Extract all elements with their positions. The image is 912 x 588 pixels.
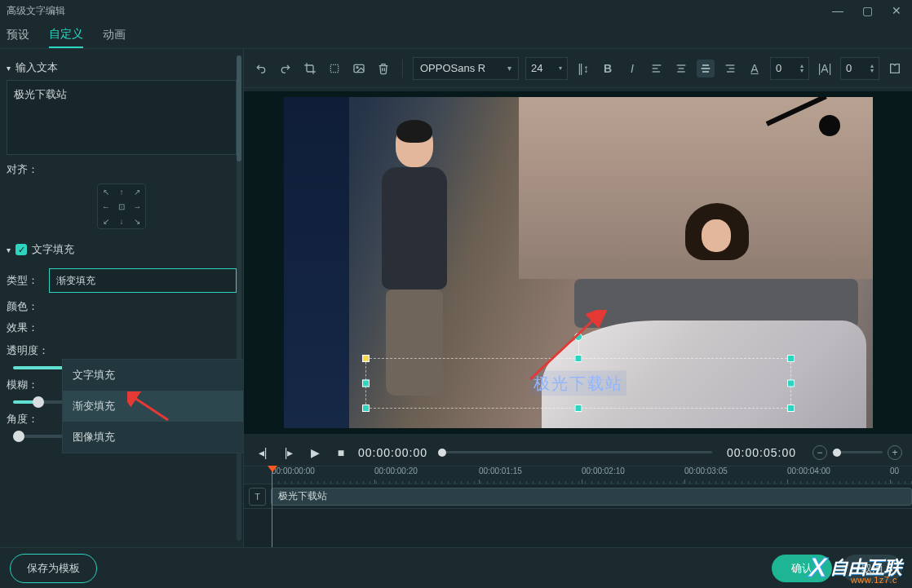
zoom-in-icon[interactable]: + (888, 445, 902, 460)
zoom-slider[interactable] (832, 451, 883, 453)
select-icon[interactable] (325, 60, 343, 77)
preview-area: 极光下载站 (244, 91, 912, 434)
opacity-label: 透明度： (7, 343, 237, 358)
save-template-button[interactable]: 保存为模板 (10, 554, 97, 583)
font-size-value: 24 (531, 62, 542, 74)
ruler-tick: 00:00:00:20 (374, 466, 418, 475)
caret-down-icon: ▾ (7, 245, 11, 254)
preview-text[interactable]: 极光下载站 (530, 371, 626, 396)
resize-handle[interactable] (787, 380, 795, 387)
dropdown-item-image-fill[interactable]: 图像填充 (63, 422, 244, 453)
zoom-out-icon[interactable]: − (812, 445, 827, 460)
prev-frame-icon[interactable]: ◂| (254, 444, 272, 462)
resize-handle[interactable] (362, 405, 370, 412)
text-track-icon[interactable]: T (249, 488, 266, 506)
text-toolbar: OPPOSans R ▾ 24 ▾ ‖↕ B I A (244, 49, 912, 88)
clip-label: 极光下载站 (278, 489, 327, 503)
timeline-track[interactable]: T 极光下载站 (244, 484, 912, 509)
align-center-icon[interactable] (672, 60, 690, 77)
fill-type-select[interactable]: 渐变填充 (49, 268, 237, 293)
step-back-icon[interactable]: |▸ (280, 444, 298, 462)
font-size-input[interactable]: 24 ▾ (525, 57, 568, 80)
align-center-icon[interactable]: ⊡ (118, 202, 125, 211)
timeline: 00:00:00:00 00:00:00:20 00:00:01:15 00:0… (244, 466, 912, 547)
fill-type-value: 渐变填充 (56, 274, 95, 288)
fill-checkbox[interactable]: ✓ (15, 244, 27, 255)
resize-handle[interactable] (787, 405, 795, 412)
align-bottom-icon[interactable]: ↓ (119, 217, 123, 226)
type-label: 类型： (7, 273, 42, 288)
align-label: 对齐： (7, 157, 237, 183)
maximize-icon[interactable]: ▢ (858, 2, 876, 20)
resize-handle[interactable] (787, 355, 795, 362)
cancel-button[interactable]: 取消 (842, 555, 902, 582)
text-input[interactable] (7, 80, 237, 155)
tab-preset[interactable]: 预设 (7, 23, 29, 47)
section-input-text[interactable]: ▾ 输入文本 (7, 55, 237, 80)
align-right-icon[interactable] (721, 60, 739, 77)
bold-icon[interactable]: B (599, 60, 617, 77)
resize-handle[interactable] (362, 355, 370, 362)
text-bounding-box[interactable]: 极光下载站 (365, 358, 791, 409)
ruler-tick: 00:00:04:00 (787, 466, 830, 475)
svg-point-3 (356, 66, 358, 68)
align-top-icon[interactable]: ↑ (119, 188, 123, 197)
align-top-right-icon[interactable]: ↗ (134, 188, 140, 197)
scrub-slider[interactable] (442, 451, 712, 453)
left-panel: ▾ 输入文本 对齐： ↖ ↑ ↗ ← ⊡ → ↙ ↓ ↘ ▾ ✓ 文字填充 类型… (0, 49, 244, 547)
color-label: 颜色： (7, 299, 42, 314)
rotate-handle[interactable] (574, 333, 582, 341)
letter-spacing-input[interactable]: 0 ▴▾ (840, 57, 879, 80)
stop-icon[interactable]: ■ (332, 444, 350, 462)
letter-spacing-value: 0 (846, 62, 852, 74)
title-bar: 高级文字编辑 — ▢ ✕ (0, 0, 912, 21)
preview-canvas[interactable]: 极光下载站 (284, 97, 873, 428)
align-left-icon[interactable] (648, 60, 666, 77)
trash-icon[interactable] (374, 60, 392, 77)
redo-icon[interactable] (277, 60, 294, 77)
tab-animation[interactable]: 动画 (103, 23, 126, 47)
ruler-tick: 00:00:02:10 (582, 466, 625, 475)
image-icon[interactable] (350, 60, 368, 77)
section-label: 输入文本 (15, 60, 58, 75)
crop-icon[interactable] (301, 60, 319, 77)
left-scrollbar[interactable] (237, 55, 241, 541)
align-bottom-left-icon[interactable]: ↙ (103, 217, 109, 226)
char-spacing-input[interactable]: 0 ▴▾ (770, 57, 809, 80)
minimize-icon[interactable]: — (829, 2, 847, 20)
fill-type-dropdown[interactable]: 文字填充 渐变填充 图像填充 (62, 359, 244, 453)
letter-spacing-icon[interactable]: |A| (816, 60, 834, 77)
line-height-icon[interactable]: ‖↕ (574, 60, 592, 77)
align-bottom-right-icon[interactable]: ↘ (134, 217, 140, 226)
resize-handle[interactable] (574, 405, 582, 412)
ruler-tick: 00 (890, 466, 899, 475)
close-icon[interactable]: ✕ (888, 2, 905, 20)
stepper-icon: ▴▾ (800, 64, 804, 73)
char-spacing-value: 0 (776, 62, 781, 74)
preview-figure (365, 122, 463, 399)
align-center-h-icon[interactable] (697, 60, 715, 77)
play-icon[interactable]: ▶ (306, 444, 324, 462)
text-color-icon[interactable]: A (746, 60, 764, 77)
undo-icon[interactable] (252, 60, 270, 77)
font-family-select[interactable]: OPPOSans R ▾ (413, 57, 519, 80)
align-top-left-icon[interactable]: ↖ (103, 188, 109, 197)
timeline-clip[interactable]: 极光下载站 (271, 488, 912, 506)
italic-icon[interactable]: I (623, 60, 641, 77)
resize-handle[interactable] (362, 380, 370, 387)
align-left-icon[interactable]: ← (102, 202, 110, 211)
playhead[interactable] (272, 466, 272, 547)
svg-rect-1 (330, 64, 338, 72)
timeline-ruler[interactable]: 00:00:00:00 00:00:00:20 00:00:01:15 00:0… (244, 466, 912, 484)
tab-custom[interactable]: 自定义 (49, 22, 83, 48)
ruler-tick: 00:00:01:15 (479, 466, 522, 475)
more-icon[interactable] (886, 60, 904, 77)
section-text-fill[interactable]: ▾ ✓ 文字填充 (7, 237, 237, 262)
dropdown-item-text-fill[interactable]: 文字填充 (63, 360, 244, 391)
align-right-icon[interactable]: → (133, 202, 141, 211)
alignment-grid[interactable]: ↖ ↑ ↗ ← ⊡ → ↙ ↓ ↘ (97, 183, 146, 229)
resize-handle[interactable] (574, 355, 582, 362)
dropdown-item-gradient-fill[interactable]: 渐变填充 (63, 391, 244, 422)
confirm-button[interactable]: 确认 (772, 555, 832, 582)
total-time: 00:00:05:00 (727, 446, 796, 459)
